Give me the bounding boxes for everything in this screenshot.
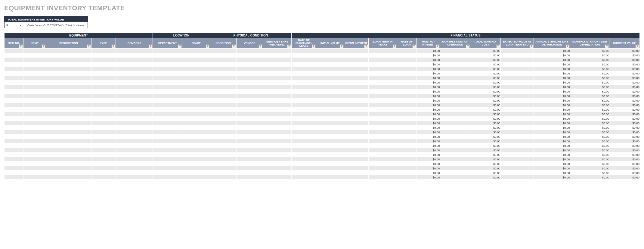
cell[interactable]	[236, 157, 263, 162]
cell[interactable]	[292, 71, 316, 76]
cell[interactable]	[316, 103, 344, 107]
cell[interactable]: $0.00	[416, 143, 440, 148]
cell[interactable]	[500, 94, 534, 98]
cell[interactable]	[440, 130, 470, 134]
cell[interactable]: $0.00	[609, 80, 640, 85]
cell[interactable]: $0.00	[534, 80, 570, 85]
cell[interactable]: $0.00	[470, 58, 500, 62]
cell[interactable]	[316, 76, 344, 80]
cell[interactable]	[91, 80, 116, 85]
cell[interactable]	[182, 130, 210, 134]
cell[interactable]	[292, 58, 316, 62]
cell[interactable]	[182, 112, 210, 116]
cell[interactable]: $0.00	[534, 103, 570, 107]
cell[interactable]	[210, 116, 237, 121]
cell[interactable]	[344, 107, 369, 112]
cell[interactable]	[500, 103, 534, 107]
cell[interactable]	[369, 143, 397, 148]
cell[interactable]	[46, 76, 91, 80]
cell[interactable]	[500, 175, 534, 180]
cell[interactable]	[397, 162, 416, 166]
cell[interactable]	[369, 130, 397, 134]
cell[interactable]: $0.00	[534, 67, 570, 71]
cell[interactable]	[91, 107, 116, 112]
cell[interactable]: $0.00	[609, 49, 640, 53]
cell[interactable]: $0.00	[609, 171, 640, 175]
cell[interactable]	[23, 58, 46, 62]
cell[interactable]	[292, 107, 316, 112]
cell[interactable]	[263, 85, 291, 89]
cell[interactable]	[46, 89, 91, 94]
cell[interactable]	[5, 112, 23, 116]
cell[interactable]	[369, 125, 397, 130]
cell[interactable]: $0.00	[534, 85, 570, 89]
cell[interactable]	[500, 121, 534, 125]
cell[interactable]	[440, 85, 470, 89]
cell[interactable]	[116, 103, 153, 107]
cell[interactable]: $0.00	[570, 162, 609, 166]
cell[interactable]	[116, 58, 153, 62]
cell[interactable]	[397, 130, 416, 134]
cell[interactable]: $0.00	[534, 121, 570, 125]
cell[interactable]	[263, 80, 291, 85]
cell[interactable]	[23, 107, 46, 112]
cell[interactable]	[5, 71, 23, 76]
cell[interactable]	[440, 148, 470, 153]
cell[interactable]	[182, 107, 210, 112]
cell[interactable]: $0.00	[470, 143, 500, 148]
cell[interactable]	[210, 130, 237, 134]
cell[interactable]	[316, 71, 344, 76]
cell[interactable]	[369, 139, 397, 143]
cell[interactable]	[292, 162, 316, 166]
cell[interactable]	[23, 62, 46, 67]
cell[interactable]	[344, 98, 369, 103]
cell[interactable]: $0.00	[470, 175, 500, 180]
cell[interactable]	[292, 89, 316, 94]
cell[interactable]: $0.00	[570, 125, 609, 130]
cell[interactable]	[292, 143, 316, 148]
cell[interactable]	[344, 134, 369, 139]
cell[interactable]	[210, 71, 237, 76]
cell[interactable]: $0.00	[570, 98, 609, 103]
cell[interactable]	[153, 171, 182, 175]
cell[interactable]	[369, 166, 397, 171]
cell[interactable]	[369, 162, 397, 166]
cell[interactable]	[440, 153, 470, 157]
cell[interactable]	[500, 85, 534, 89]
cell[interactable]	[316, 85, 344, 89]
cell[interactable]	[292, 94, 316, 98]
cell[interactable]	[236, 116, 263, 121]
cell[interactable]	[316, 67, 344, 71]
cell[interactable]: $0.00	[416, 134, 440, 139]
cell[interactable]	[182, 71, 210, 76]
cell[interactable]: $0.00	[416, 121, 440, 125]
cell[interactable]: $0.00	[609, 85, 640, 89]
cell[interactable]	[5, 166, 23, 171]
cell[interactable]	[236, 89, 263, 94]
cell[interactable]	[153, 134, 182, 139]
cell[interactable]	[500, 139, 534, 143]
cell[interactable]	[316, 134, 344, 139]
cell[interactable]: $0.00	[416, 157, 440, 162]
cell[interactable]	[344, 58, 369, 62]
cell[interactable]	[344, 166, 369, 171]
cell[interactable]	[369, 175, 397, 180]
cell[interactable]	[440, 94, 470, 98]
cell[interactable]: $0.00	[570, 153, 609, 157]
cell[interactable]	[440, 71, 470, 76]
cell[interactable]	[500, 166, 534, 171]
cell[interactable]	[440, 162, 470, 166]
cell[interactable]	[369, 153, 397, 157]
cell[interactable]	[116, 112, 153, 116]
cell[interactable]	[292, 166, 316, 171]
cell[interactable]	[263, 89, 291, 94]
cell[interactable]	[316, 112, 344, 116]
cell[interactable]	[91, 58, 116, 62]
cell[interactable]	[263, 125, 291, 130]
cell[interactable]	[500, 71, 534, 76]
cell[interactable]	[397, 112, 416, 116]
cell[interactable]	[210, 143, 237, 148]
cell[interactable]: $0.00	[570, 94, 609, 98]
cell[interactable]: $0.00	[470, 125, 500, 130]
cell[interactable]	[292, 134, 316, 139]
